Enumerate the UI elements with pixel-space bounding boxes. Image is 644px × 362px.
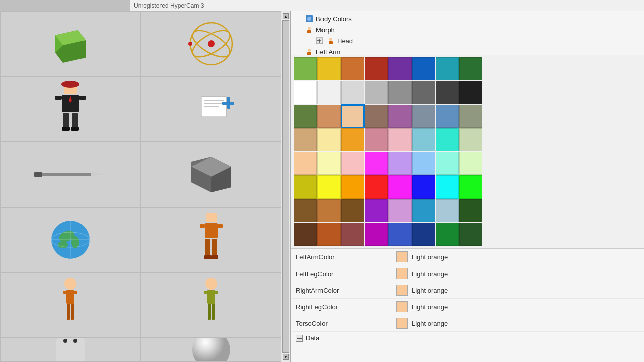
- asset-cell-sphere[interactable]: [141, 338, 282, 362]
- tree-item-body-colors[interactable]: Body Colors: [295, 13, 640, 24]
- color-swatch-4-7[interactable]: [459, 152, 482, 175]
- color-swatch-1-7[interactable]: [459, 81, 482, 104]
- color-swatch-7-7[interactable]: [459, 223, 482, 246]
- color-swatch-6-2[interactable]: [341, 199, 364, 222]
- expand-head-icon[interactable]: [315, 36, 324, 45]
- color-swatch-7-0[interactable]: [294, 223, 317, 246]
- color-swatch-5-3[interactable]: [365, 175, 388, 199]
- color-swatch-2-4[interactable]: [388, 105, 412, 128]
- color-swatch-5-5[interactable]: [412, 175, 435, 199]
- color-swatch-4-1[interactable]: [317, 152, 341, 175]
- color-swatch-5-4[interactable]: [388, 175, 412, 199]
- asset-cell-figure-bottle2[interactable]: [141, 273, 282, 338]
- property-row-4[interactable]: TorsoColorLight orange: [291, 315, 644, 332]
- asset-cell-ghost[interactable]: [0, 338, 141, 362]
- color-swatch-1-6[interactable]: [436, 81, 459, 104]
- color-swatch-0-2[interactable]: [341, 57, 364, 80]
- color-swatch-6-5[interactable]: [412, 199, 435, 222]
- color-swatch-4-3[interactable]: [365, 152, 388, 175]
- color-swatch-1-3[interactable]: [365, 81, 388, 104]
- color-swatch-1-4[interactable]: [388, 81, 412, 104]
- color-swatch-4-0[interactable]: [294, 152, 317, 175]
- color-swatch-5-6[interactable]: [436, 175, 459, 199]
- color-swatch-4-6[interactable]: [436, 152, 459, 175]
- color-swatch-2-7[interactable]: [459, 105, 482, 128]
- color-swatch-7-5[interactable]: [412, 223, 435, 246]
- color-swatch-7-1[interactable]: [317, 223, 341, 246]
- color-swatch-1-0[interactable]: [294, 81, 317, 104]
- color-swatch-2-1[interactable]: [317, 105, 341, 128]
- color-swatch-2-5[interactable]: [412, 105, 435, 128]
- asset-cell-paper-plane[interactable]: [141, 76, 282, 142]
- scroll-up-arrow[interactable]: ▲: [283, 13, 289, 19]
- property-row-3[interactable]: RightLegColorLight orange: [291, 299, 644, 315]
- color-swatch-3-5[interactable]: [412, 128, 435, 151]
- asset-cell-orbit[interactable]: [141, 11, 282, 76]
- color-swatch-0-0[interactable]: [294, 57, 317, 80]
- tree-item-head[interactable]: Head: [295, 35, 640, 46]
- color-swatch-0-5[interactable]: [412, 57, 435, 80]
- svg-rect-15: [63, 113, 69, 128]
- color-swatch-0-4[interactable]: [388, 57, 412, 80]
- color-swatch-3-7[interactable]: [459, 128, 482, 151]
- color-swatch-5-1[interactable]: [317, 175, 341, 199]
- color-swatch-5-2[interactable]: [341, 175, 364, 199]
- color-swatch-4-5[interactable]: [412, 152, 435, 175]
- color-swatch-0-6[interactable]: [436, 57, 459, 80]
- property-row-2[interactable]: RightArmColorLight orange: [291, 282, 644, 299]
- character-icon: [53, 81, 88, 137]
- color-swatch-3-4[interactable]: [388, 128, 412, 151]
- palette-row-4: [294, 152, 641, 175]
- asset-cell-globe[interactable]: [0, 207, 141, 273]
- color-swatch-5-7[interactable]: [459, 175, 482, 199]
- property-row-1[interactable]: LeftLegColorLight orange: [291, 265, 644, 282]
- asset-cell-figure[interactable]: [141, 207, 282, 273]
- color-swatch-1-1[interactable]: [317, 81, 341, 104]
- asset-cell-grey-box[interactable]: [141, 142, 282, 207]
- property-row-0[interactable]: LeftArmColorLight orange: [291, 249, 644, 265]
- figure-bottle2-icon: [201, 278, 221, 333]
- asset-cell-figure-bottle1[interactable]: [0, 273, 141, 338]
- color-swatch-2-0[interactable]: [294, 105, 317, 128]
- color-swatch-3-6[interactable]: [436, 128, 459, 151]
- color-swatch-1-5[interactable]: [412, 81, 435, 104]
- data-collapse-button[interactable]: —: [296, 335, 303, 342]
- color-swatch-3-3[interactable]: [365, 128, 388, 151]
- color-swatch-2-2[interactable]: [341, 105, 364, 128]
- color-swatch-0-3[interactable]: [365, 57, 388, 80]
- color-swatch-3-0[interactable]: [294, 128, 317, 151]
- tree-area: Body Colors Morph Head Left Arm: [291, 11, 644, 55]
- color-swatch-7-2[interactable]: [341, 223, 364, 246]
- color-swatch-3-2[interactable]: [341, 128, 364, 151]
- color-swatch-6-3[interactable]: [365, 199, 388, 222]
- color-swatch-2-3[interactable]: [365, 105, 388, 128]
- svg-rect-52: [71, 304, 74, 320]
- scroll-handle[interactable]: [282, 20, 289, 353]
- color-swatch-6-1[interactable]: [317, 199, 341, 222]
- asset-cell-character[interactable]: [0, 76, 141, 142]
- color-swatch-6-0[interactable]: [294, 199, 317, 222]
- color-swatch-6-7[interactable]: [459, 199, 482, 222]
- color-swatch-0-7[interactable]: [459, 57, 482, 80]
- asset-cell-green-box[interactable]: [0, 11, 141, 76]
- color-swatch-3-1[interactable]: [317, 128, 341, 151]
- svg-point-73: [308, 49, 311, 52]
- color-swatch-2-6[interactable]: [436, 105, 459, 128]
- asset-cell-knife[interactable]: [0, 142, 141, 207]
- color-swatch-7-4[interactable]: [388, 223, 412, 246]
- color-swatch-4-4[interactable]: [388, 152, 412, 175]
- svg-rect-41: [200, 224, 205, 228]
- tree-item-morph[interactable]: Morph: [295, 24, 640, 35]
- scrollbar-panel[interactable]: ▲ ▼: [281, 11, 291, 362]
- color-swatch-5-0[interactable]: [294, 175, 317, 199]
- color-swatch-1-2[interactable]: [341, 81, 364, 104]
- leftarm-icon: [305, 47, 314, 56]
- color-swatch-6-6[interactable]: [436, 199, 459, 222]
- color-swatch-7-3[interactable]: [365, 223, 388, 246]
- color-swatch-6-4[interactable]: [388, 199, 412, 222]
- color-swatch-7-6[interactable]: [436, 223, 459, 246]
- data-section[interactable]: — Data: [291, 332, 644, 344]
- color-swatch-0-1[interactable]: [317, 57, 341, 80]
- color-swatch-4-2[interactable]: [341, 152, 364, 175]
- scroll-down-arrow[interactable]: ▼: [283, 354, 289, 360]
